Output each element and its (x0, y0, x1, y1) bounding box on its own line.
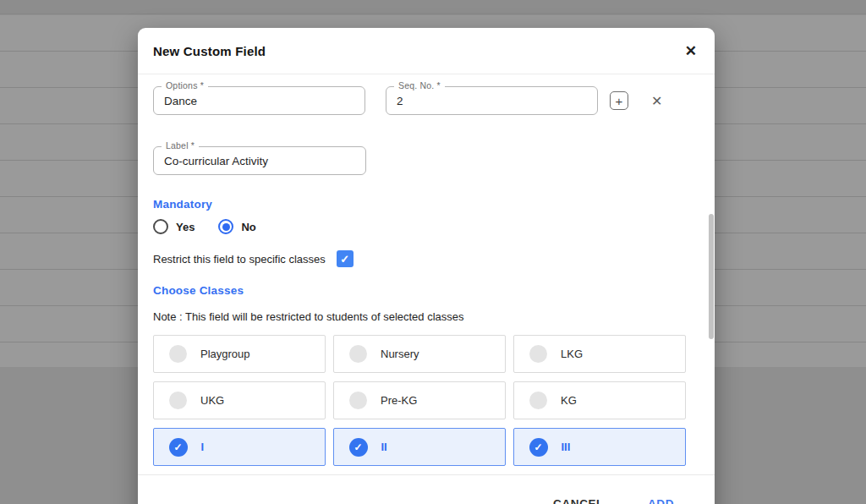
close-icon: ✕ (651, 93, 662, 109)
class-card-ii[interactable]: ✓ II (333, 428, 506, 466)
class-card-label: KG (561, 394, 577, 407)
class-card-kg[interactable]: KG (513, 381, 686, 419)
seq-no-input[interactable] (386, 87, 597, 114)
class-card-label: II (381, 441, 387, 453)
mandatory-heading: Mandatory (153, 198, 699, 211)
plus-icon: + (616, 95, 623, 107)
class-card-label: Pre-KG (381, 394, 417, 407)
class-card-label: Nursery (381, 348, 419, 360)
choose-classes-note: Note : This field will be restricted to … (153, 310, 699, 323)
mandatory-radio-yes[interactable]: Yes (153, 219, 195, 234)
class-card-iii[interactable]: ✓ III (513, 428, 686, 466)
class-card-playgroup[interactable]: Playgroup (153, 335, 326, 373)
add-button[interactable]: ADD (648, 497, 674, 504)
close-icon: ✕ (685, 43, 697, 59)
dialog-body: Options * Seq. No. * + ✕ Label * Mandato… (138, 86, 715, 466)
dialog-header: New Custom Field ✕ (138, 28, 715, 74)
radio-icon (153, 219, 168, 234)
seq-no-field: Seq. No. * (386, 86, 598, 115)
class-card-label: III (562, 441, 571, 453)
options-field-label: Options * (162, 80, 208, 90)
class-card-ukg[interactable]: UKG (153, 381, 326, 419)
class-card-lkg[interactable]: LKG (513, 335, 686, 373)
dialog-footer: CANCEL ADD (138, 474, 715, 504)
check-circle-icon: ✓ (529, 438, 548, 457)
class-grid: Playgroup Nursery LKG UKG Pre-KG KG ✓ I … (153, 335, 699, 466)
option-row: Options * Seq. No. * + ✕ (153, 86, 699, 115)
class-card-label: Playgroup (200, 348, 250, 360)
dialog-title: New Custom Field (153, 44, 266, 58)
label-row: Label * (153, 146, 699, 175)
new-custom-field-dialog: New Custom Field ✕ Options * Seq. No. * … (138, 28, 715, 504)
restrict-checkbox[interactable]: ✓ (337, 250, 354, 267)
seq-no-field-label: Seq. No. * (394, 80, 445, 90)
cancel-button[interactable]: CANCEL (553, 497, 604, 504)
choose-classes-heading: Choose Classes (153, 284, 699, 297)
restrict-label: Restrict this field to specific classes (153, 253, 326, 266)
class-card-nursery[interactable]: Nursery (333, 335, 506, 373)
radio-label: No (241, 221, 255, 233)
class-card-label: I (201, 441, 205, 453)
circle-icon (529, 392, 547, 409)
scrollbar-thumb[interactable] (709, 214, 714, 339)
circle-icon (169, 345, 187, 363)
mandatory-radio-group: Yes No (153, 219, 699, 234)
class-card-i[interactable]: ✓ I (153, 428, 326, 466)
circle-icon (349, 345, 367, 363)
options-input[interactable] (154, 87, 364, 114)
check-circle-icon: ✓ (349, 438, 368, 457)
remove-option-button[interactable]: ✕ (651, 93, 662, 109)
circle-icon (169, 392, 187, 409)
close-button[interactable]: ✕ (683, 42, 699, 60)
radio-icon (218, 219, 233, 234)
class-card-label: LKG (561, 348, 583, 360)
background-toolbar-strip (0, 0, 866, 14)
restrict-row: Restrict this field to specific classes … (153, 250, 699, 267)
circle-icon (529, 345, 547, 363)
circle-icon (349, 392, 367, 409)
class-card-pre-kg[interactable]: Pre-KG (333, 381, 506, 419)
add-option-button[interactable]: + (610, 91, 628, 110)
check-circle-icon: ✓ (169, 438, 188, 457)
check-icon: ✓ (340, 253, 349, 266)
label-field: Label * (153, 146, 366, 175)
label-input[interactable] (154, 147, 365, 174)
mandatory-radio-no[interactable]: No (218, 219, 255, 234)
radio-label: Yes (176, 221, 195, 233)
options-field: Options * (153, 86, 365, 115)
class-card-label: UKG (200, 394, 224, 407)
label-field-label: Label * (162, 140, 199, 151)
